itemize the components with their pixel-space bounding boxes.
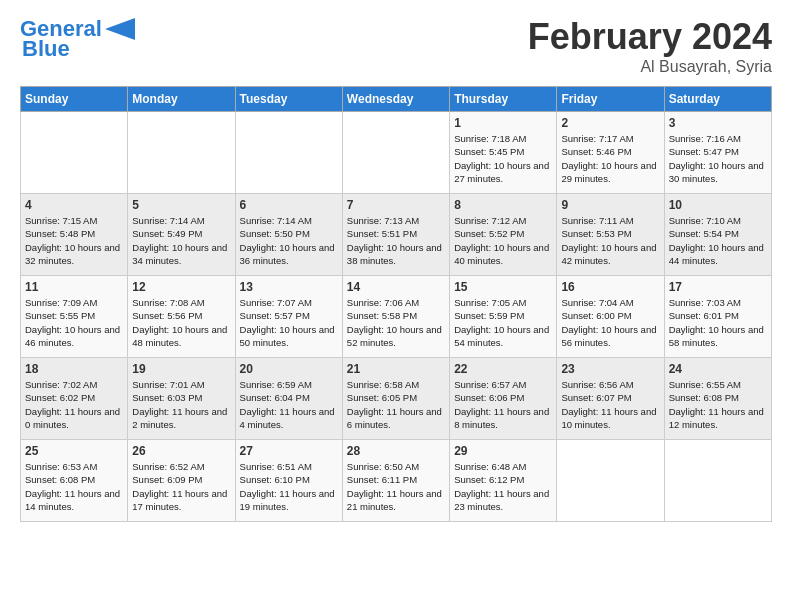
month-year: February 2024 <box>528 16 772 58</box>
table-row: 24 Sunrise: 6:55 AM Sunset: 6:08 PM Dayl… <box>664 358 771 440</box>
table-row: 13 Sunrise: 7:07 AM Sunset: 5:57 PM Dayl… <box>235 276 342 358</box>
day-number: 26 <box>132 444 230 458</box>
col-friday: Friday <box>557 87 664 112</box>
day-info: Sunrise: 6:55 AM Sunset: 6:08 PM Dayligh… <box>669 378 767 431</box>
table-row: 21 Sunrise: 6:58 AM Sunset: 6:05 PM Dayl… <box>342 358 449 440</box>
day-number: 5 <box>132 198 230 212</box>
table-row: 3 Sunrise: 7:16 AM Sunset: 5:47 PM Dayli… <box>664 112 771 194</box>
table-row: 23 Sunrise: 6:56 AM Sunset: 6:07 PM Dayl… <box>557 358 664 440</box>
table-row: 12 Sunrise: 7:08 AM Sunset: 5:56 PM Dayl… <box>128 276 235 358</box>
day-number: 11 <box>25 280 123 294</box>
day-info: Sunrise: 7:16 AM Sunset: 5:47 PM Dayligh… <box>669 132 767 185</box>
day-number: 15 <box>454 280 552 294</box>
day-info: Sunrise: 7:02 AM Sunset: 6:02 PM Dayligh… <box>25 378 123 431</box>
table-row: 14 Sunrise: 7:06 AM Sunset: 5:58 PM Dayl… <box>342 276 449 358</box>
day-info: Sunrise: 7:17 AM Sunset: 5:46 PM Dayligh… <box>561 132 659 185</box>
col-saturday: Saturday <box>664 87 771 112</box>
day-info: Sunrise: 7:09 AM Sunset: 5:55 PM Dayligh… <box>25 296 123 349</box>
day-info: Sunrise: 7:10 AM Sunset: 5:54 PM Dayligh… <box>669 214 767 267</box>
table-row: 29 Sunrise: 6:48 AM Sunset: 6:12 PM Dayl… <box>450 440 557 522</box>
day-info: Sunrise: 6:53 AM Sunset: 6:08 PM Dayligh… <box>25 460 123 513</box>
table-row <box>128 112 235 194</box>
calendar: Sunday Monday Tuesday Wednesday Thursday… <box>20 86 772 522</box>
table-row: 27 Sunrise: 6:51 AM Sunset: 6:10 PM Dayl… <box>235 440 342 522</box>
day-info: Sunrise: 7:15 AM Sunset: 5:48 PM Dayligh… <box>25 214 123 267</box>
day-number: 18 <box>25 362 123 376</box>
day-info: Sunrise: 7:07 AM Sunset: 5:57 PM Dayligh… <box>240 296 338 349</box>
day-info: Sunrise: 7:13 AM Sunset: 5:51 PM Dayligh… <box>347 214 445 267</box>
day-info: Sunrise: 7:05 AM Sunset: 5:59 PM Dayligh… <box>454 296 552 349</box>
table-row: 26 Sunrise: 6:52 AM Sunset: 6:09 PM Dayl… <box>128 440 235 522</box>
col-tuesday: Tuesday <box>235 87 342 112</box>
day-number: 28 <box>347 444 445 458</box>
day-number: 19 <box>132 362 230 376</box>
day-info: Sunrise: 7:01 AM Sunset: 6:03 PM Dayligh… <box>132 378 230 431</box>
day-info: Sunrise: 6:56 AM Sunset: 6:07 PM Dayligh… <box>561 378 659 431</box>
day-number: 8 <box>454 198 552 212</box>
day-info: Sunrise: 6:52 AM Sunset: 6:09 PM Dayligh… <box>132 460 230 513</box>
page: General Blue February 2024 Al Busayrah, … <box>0 0 792 532</box>
col-monday: Monday <box>128 87 235 112</box>
table-row: 4 Sunrise: 7:15 AM Sunset: 5:48 PM Dayli… <box>21 194 128 276</box>
day-info: Sunrise: 7:08 AM Sunset: 5:56 PM Dayligh… <box>132 296 230 349</box>
day-number: 21 <box>347 362 445 376</box>
calendar-week-row: 18 Sunrise: 7:02 AM Sunset: 6:02 PM Dayl… <box>21 358 772 440</box>
table-row <box>21 112 128 194</box>
table-row: 8 Sunrise: 7:12 AM Sunset: 5:52 PM Dayli… <box>450 194 557 276</box>
day-number: 10 <box>669 198 767 212</box>
table-row: 6 Sunrise: 7:14 AM Sunset: 5:50 PM Dayli… <box>235 194 342 276</box>
day-number: 25 <box>25 444 123 458</box>
table-row: 11 Sunrise: 7:09 AM Sunset: 5:55 PM Dayl… <box>21 276 128 358</box>
day-info: Sunrise: 7:14 AM Sunset: 5:49 PM Dayligh… <box>132 214 230 267</box>
day-info: Sunrise: 6:58 AM Sunset: 6:05 PM Dayligh… <box>347 378 445 431</box>
table-row: 7 Sunrise: 7:13 AM Sunset: 5:51 PM Dayli… <box>342 194 449 276</box>
col-sunday: Sunday <box>21 87 128 112</box>
table-row: 9 Sunrise: 7:11 AM Sunset: 5:53 PM Dayli… <box>557 194 664 276</box>
day-number: 1 <box>454 116 552 130</box>
table-row: 5 Sunrise: 7:14 AM Sunset: 5:49 PM Dayli… <box>128 194 235 276</box>
day-number: 17 <box>669 280 767 294</box>
col-wednesday: Wednesday <box>342 87 449 112</box>
day-number: 2 <box>561 116 659 130</box>
day-number: 9 <box>561 198 659 212</box>
title-block: February 2024 Al Busayrah, Syria <box>528 16 772 76</box>
table-row <box>235 112 342 194</box>
table-row <box>342 112 449 194</box>
day-number: 6 <box>240 198 338 212</box>
day-number: 14 <box>347 280 445 294</box>
day-info: Sunrise: 7:11 AM Sunset: 5:53 PM Dayligh… <box>561 214 659 267</box>
day-info: Sunrise: 6:57 AM Sunset: 6:06 PM Dayligh… <box>454 378 552 431</box>
day-info: Sunrise: 7:03 AM Sunset: 6:01 PM Dayligh… <box>669 296 767 349</box>
day-number: 4 <box>25 198 123 212</box>
table-row: 1 Sunrise: 7:18 AM Sunset: 5:45 PM Dayli… <box>450 112 557 194</box>
day-number: 22 <box>454 362 552 376</box>
day-info: Sunrise: 6:59 AM Sunset: 6:04 PM Dayligh… <box>240 378 338 431</box>
calendar-week-row: 11 Sunrise: 7:09 AM Sunset: 5:55 PM Dayl… <box>21 276 772 358</box>
col-thursday: Thursday <box>450 87 557 112</box>
location: Al Busayrah, Syria <box>528 58 772 76</box>
table-row: 28 Sunrise: 6:50 AM Sunset: 6:11 PM Dayl… <box>342 440 449 522</box>
day-number: 24 <box>669 362 767 376</box>
day-number: 29 <box>454 444 552 458</box>
day-number: 13 <box>240 280 338 294</box>
day-number: 20 <box>240 362 338 376</box>
day-info: Sunrise: 7:04 AM Sunset: 6:00 PM Dayligh… <box>561 296 659 349</box>
day-number: 3 <box>669 116 767 130</box>
day-number: 16 <box>561 280 659 294</box>
table-row: 17 Sunrise: 7:03 AM Sunset: 6:01 PM Dayl… <box>664 276 771 358</box>
calendar-week-row: 4 Sunrise: 7:15 AM Sunset: 5:48 PM Dayli… <box>21 194 772 276</box>
table-row: 25 Sunrise: 6:53 AM Sunset: 6:08 PM Dayl… <box>21 440 128 522</box>
day-number: 12 <box>132 280 230 294</box>
day-info: Sunrise: 6:48 AM Sunset: 6:12 PM Dayligh… <box>454 460 552 513</box>
day-info: Sunrise: 7:14 AM Sunset: 5:50 PM Dayligh… <box>240 214 338 267</box>
table-row <box>664 440 771 522</box>
day-number: 27 <box>240 444 338 458</box>
logo-blue-text: Blue <box>22 36 70 62</box>
table-row: 2 Sunrise: 7:17 AM Sunset: 5:46 PM Dayli… <box>557 112 664 194</box>
calendar-week-row: 1 Sunrise: 7:18 AM Sunset: 5:45 PM Dayli… <box>21 112 772 194</box>
table-row <box>557 440 664 522</box>
table-row: 22 Sunrise: 6:57 AM Sunset: 6:06 PM Dayl… <box>450 358 557 440</box>
day-info: Sunrise: 7:06 AM Sunset: 5:58 PM Dayligh… <box>347 296 445 349</box>
calendar-week-row: 25 Sunrise: 6:53 AM Sunset: 6:08 PM Dayl… <box>21 440 772 522</box>
header: General Blue February 2024 Al Busayrah, … <box>20 16 772 76</box>
